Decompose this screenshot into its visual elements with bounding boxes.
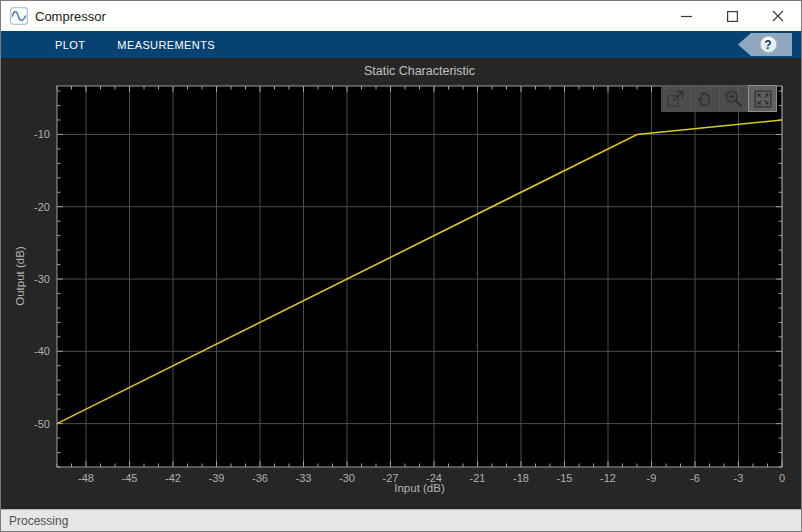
pan-button[interactable] [690, 85, 719, 112]
minimize-button[interactable] [663, 1, 709, 31]
svg-text:-10: -10 [34, 128, 50, 140]
tab-measurements[interactable]: MEASUREMENTS [101, 31, 231, 58]
x-axis-label: Input (dB) [57, 482, 782, 494]
zoom-in-icon [723, 88, 745, 110]
window-titlebar: Compressor [1, 1, 801, 31]
plot-canvas[interactable]: -48-45-42-39-36-33-30-27-24-21-18-15-12-… [1, 58, 801, 509]
plot-background [57, 86, 782, 467]
status-text: Processing [9, 514, 68, 528]
y-axis-label: Output (dB) [14, 246, 26, 305]
restore-view-icon [752, 88, 774, 110]
svg-text:-20: -20 [34, 201, 50, 213]
axes-toolbar [661, 85, 777, 112]
restore-view-button[interactable] [748, 85, 777, 112]
pan-icon [694, 88, 716, 110]
close-button[interactable] [755, 1, 801, 31]
question-icon: ? [760, 36, 777, 53]
chart-title: Static Characteristic [57, 64, 782, 78]
zoom-in-button[interactable] [719, 85, 748, 112]
maximize-button[interactable] [709, 1, 755, 31]
app-window: Compressor PLOT MEASUREMENTS ? -48-45-42… [0, 0, 802, 532]
help-button[interactable]: ? [738, 33, 792, 56]
svg-text:-50: -50 [34, 418, 50, 430]
sine-wave-app-icon [10, 7, 28, 25]
export-icon [665, 88, 687, 110]
tab-plot[interactable]: PLOT [39, 31, 101, 58]
toolstrip: PLOT MEASUREMENTS ? [1, 31, 801, 58]
window-title: Compressor [35, 9, 106, 24]
svg-text:-30: -30 [34, 273, 50, 285]
svg-text:-40: -40 [34, 345, 50, 357]
window-controls [663, 1, 801, 31]
figure-area: -48-45-42-39-36-33-30-27-24-21-18-15-12-… [1, 58, 801, 509]
export-button[interactable] [661, 85, 690, 112]
status-bar: Processing [1, 509, 801, 531]
